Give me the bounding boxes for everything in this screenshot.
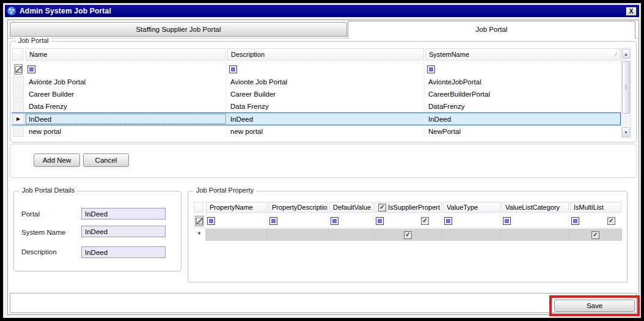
cell-description[interactable]: InDeed [227,113,425,125]
table-row-selected[interactable]: ▶ InDeed InDeed InDeed [12,113,631,125]
cell-name[interactable]: Career Builder [25,88,227,100]
tab-strip: Staffing Supplier Job Portal Job Portal [8,20,639,38]
row-selector-header [12,48,23,61]
description-field[interactable] [81,246,166,258]
column-header-systemname-label: SystemName [429,51,469,58]
add-new-button[interactable]: Add New [34,153,80,167]
row-selector[interactable] [13,126,24,137]
column-header-systemname[interactable]: SystemName/ [425,48,620,61]
tab-page-job-portal: Job Portal Name Description SystemName/ [8,38,639,314]
dialog-body: Staffing Supplier Job Portal Job Portal … [7,20,639,315]
cell-name[interactable]: InDeed [25,113,227,125]
table-row[interactable]: Career Builder Career Builder CareerBuil… [12,88,631,100]
filter-cell-propertydescription[interactable] [268,215,329,227]
filter-edit-icon[interactable] [14,64,23,75]
cell-name[interactable]: new portal [25,125,227,138]
row-selector[interactable] [13,76,24,87]
scroll-down-icon[interactable]: ▼ [622,127,630,137]
cell-systemname[interactable]: NewPortal [425,125,621,138]
checkbox-checked-icon[interactable] [421,217,429,225]
table-row[interactable]: Data Frenzy Data Frenzy DataFrenzy [12,100,631,113]
filter-operator-icon[interactable] [27,65,35,73]
cell-systemname[interactable]: AvionteJobPortal [425,76,621,88]
new-cell-defaultvalue[interactable] [329,229,374,241]
filter-cell-issupplierproperty[interactable] [374,215,442,227]
row-selector[interactable] [13,101,24,112]
cell-description[interactable]: Avionte Job Portal [227,76,425,88]
column-header-valuetype[interactable]: ValueType [443,202,500,213]
filter-cell-defaultvalue[interactable] [329,215,374,227]
new-cell-propertydescription[interactable] [268,229,329,241]
column-header-propertydescription[interactable]: PropertyDescription [268,202,328,213]
checkbox-checked-icon[interactable] [607,217,615,225]
cancel-button[interactable]: Cancel [83,153,129,167]
new-cell-ismultilist[interactable] [569,229,622,241]
checkbox-checked-icon[interactable] [591,231,599,239]
column-header-name[interactable]: Name [26,48,226,61]
filter-operator-icon[interactable] [427,65,435,73]
filter-cell-ismultilist[interactable] [569,215,622,227]
job-portal-grid: Name Description SystemName/ [12,48,631,139]
column-header-label: PropertyName [210,204,253,211]
details-group-title: Job Portal Details [20,186,77,194]
column-header-propertyname[interactable]: PropertyName [206,202,267,213]
system-name-field[interactable] [81,226,166,237]
new-cell-valuetype[interactable] [442,229,501,241]
new-cell-valuelistcategory[interactable] [501,229,569,241]
cell-systemname[interactable]: CareerBuilderPortal [425,88,621,100]
column-header-issupplierproperty[interactable]: IsSupplierPropert [375,202,442,213]
checkbox-checked-icon[interactable] [378,204,386,212]
filter-operator-icon[interactable] [376,217,384,225]
column-header-ismultilist[interactable]: IsMultiList [570,202,621,213]
cell-description[interactable]: new portal [227,125,425,138]
cell-description[interactable]: Data Frenzy [227,100,425,113]
cell-systemname[interactable]: DataFrenzy [425,100,621,113]
filter-operator-icon[interactable] [207,217,215,225]
column-header-valuelistcategory[interactable]: ValueListCategory [502,202,569,213]
filter-cell-propertyname[interactable] [205,215,268,227]
new-cell-propertyname[interactable] [205,229,268,241]
checkbox-checked-icon[interactable] [404,231,412,239]
column-header-name-label: Name [29,51,47,58]
column-header-description[interactable]: Description [227,48,424,61]
close-icon[interactable]: X [626,7,637,16]
table-row[interactable]: Avionte Job Portal Avionte Job Portal Av… [12,76,631,88]
filter-cell-valuelistcategory[interactable] [501,215,569,227]
table-row[interactable]: new portal new portal NewPortal [12,125,631,138]
title-bar: Admin System Job Portal X [5,5,639,17]
portal-field[interactable] [81,208,166,220]
filter-cell-systemname[interactable] [425,62,621,76]
filter-operator-icon[interactable] [269,217,277,225]
cell-name[interactable]: Data Frenzy [25,100,227,113]
job-portal-groupbox: Job Portal Name Description SystemName/ [10,41,637,142]
tab-staffing-supplier-job-portal[interactable]: Staffing Supplier Job Portal [10,22,347,37]
grid-header-row: Name Description SystemName/ [12,48,631,62]
filter-operator-icon[interactable] [229,65,237,73]
filter-cell-description[interactable] [227,62,425,76]
filter-operator-icon[interactable] [571,217,579,225]
job-portal-group-title: Job Portal [16,37,51,44]
save-button[interactable]: Save [554,300,635,312]
cell-description[interactable]: Career Builder [227,88,425,100]
description-label: Description [21,248,57,256]
filter-edit-icon[interactable] [195,216,203,226]
new-cell-issupplierproperty[interactable] [374,229,442,241]
column-header-label: PropertyDescription [272,204,328,211]
filter-cell-valuetype[interactable] [442,215,501,227]
scrollbar-thumb[interactable] [622,61,630,114]
column-header-defaultvalue[interactable]: DefaultValue [329,202,373,213]
filter-cell-name[interactable] [25,62,227,76]
property-grid-new-row[interactable]: * [193,228,622,240]
filter-operator-icon[interactable] [444,217,452,225]
cell-name[interactable]: Avionte Job Portal [25,76,227,88]
selected-row-arrow-icon[interactable]: ▶ [13,114,24,124]
filter-operator-icon[interactable] [331,217,338,225]
footer-bar [10,293,637,313]
cell-systemname[interactable]: InDeed [425,113,621,125]
row-selector[interactable] [13,89,24,100]
scroll-up-icon[interactable]: ▲ [622,49,630,59]
filter-operator-icon[interactable] [503,217,511,225]
property-grid-filter-row [193,215,622,228]
vertical-scrollbar[interactable]: ▲ ▼ [621,48,631,138]
tab-job-portal[interactable]: Job Portal [348,21,635,39]
